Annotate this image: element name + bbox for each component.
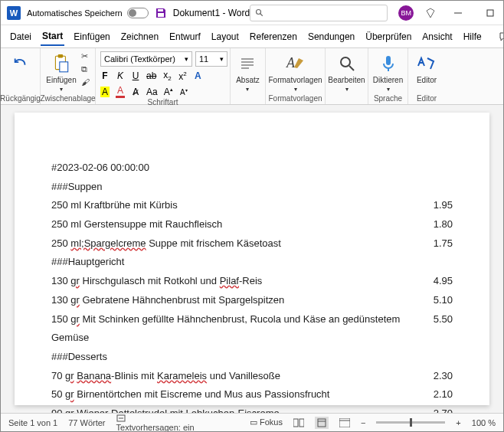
editor-icon [417,55,437,72]
svg-rect-7 [58,54,64,57]
microphone-icon [381,54,396,73]
svg-rect-21 [299,419,304,427]
svg-rect-24 [339,418,350,427]
tab-start[interactable]: Start [41,28,64,46]
undo-button[interactable] [10,51,31,74]
superscript-button[interactable]: x2 [178,70,187,82]
text-predictions-indicator[interactable]: Textvorhersagen: ein [116,414,195,432]
styles-button[interactable]: A Formatvorlagen▾ [268,51,322,93]
web-layout-button[interactable] [339,418,350,427]
chevron-down-icon: ▾ [185,55,188,63]
tab-hilfe[interactable]: Hilfe [462,28,483,45]
dictate-button[interactable]: Diktieren▾ [373,51,403,93]
svg-line-1 [260,13,263,15]
editor-button[interactable]: Editor [416,51,437,84]
editing-label: Bearbeiten [328,76,365,84]
clear-format-button[interactable]: A̷ [131,87,140,97]
cut-icon[interactable]: ✂ [81,51,90,61]
editing-button[interactable]: Bearbeiten▾ [328,51,365,93]
chevron-down-icon: ▾ [294,86,297,93]
save-icon[interactable] [155,7,167,19]
document-canvas[interactable]: #2023-02-06 00:00:00###Suppen250 ml Kraf… [1,105,503,413]
font-name-select[interactable]: Calibri (Textkörper)▾ [100,51,192,67]
tab-sendungen[interactable]: Sendungen [306,28,356,45]
document-title: Dokument1 - Word [173,8,250,18]
menu-item-row[interactable]: 130 gr Gebratene Hähnchenbrust mit Sparg… [51,291,453,310]
zoom-in-button[interactable]: + [456,418,460,427]
chevron-down-icon: ▾ [60,86,63,93]
paragraph-button[interactable]: Absatz▾ [236,51,260,93]
font-size-select[interactable]: 11▾ [195,51,227,67]
grow-font-button[interactable]: A▴ [164,87,173,97]
italic-button[interactable]: K [116,70,125,81]
strike-button[interactable]: ab [146,70,156,81]
tab-überprüfen[interactable]: Überprüfen [364,28,413,45]
zoom-level[interactable]: 100 % [472,418,496,427]
focus-mode-button[interactable]: ▭ Fokus [250,417,283,427]
autosave-control[interactable]: Automatisches Speichern [27,8,149,18]
clipboard-icon [51,54,71,74]
chevron-down-icon: ▾ [246,86,249,93]
page-count[interactable]: Seite 1 von 1 [8,418,57,427]
tab-layout[interactable]: Layout [210,28,241,45]
print-layout-button[interactable] [315,417,329,429]
comments-icon[interactable] [499,31,504,43]
highlight-button[interactable]: A [100,87,110,97]
maximize-button[interactable] [479,5,501,21]
doc-line[interactable]: #2023-02-06 00:00:00 [51,159,453,178]
minimize-button[interactable] [447,5,469,21]
svg-point-14 [341,57,350,67]
zoom-slider[interactable] [376,421,445,424]
menu-item-row[interactable]: 70 gr Banana-Blinis mit Karameleis und V… [51,367,453,386]
tab-datei[interactable]: Datei [8,28,33,45]
clipboard-group-label: Zwischenablage [40,94,95,103]
format-painter-icon[interactable]: 🖌 [81,77,90,87]
svg-point-0 [257,9,261,14]
magnifier-icon [338,54,356,73]
svg-rect-16 [386,56,391,65]
tab-entwurf[interactable]: Entwurf [168,28,202,45]
doc-line[interactable]: ###Desserts [51,348,453,367]
svg-rect-20 [293,419,298,427]
svg-line-15 [349,66,354,70]
menu-item-row[interactable]: 250 ml Kraftbrühe mit Kürbis1.95 [51,196,453,215]
styles-icon: A [285,54,306,74]
diamond-icon[interactable] [424,7,437,19]
read-mode-button[interactable] [293,418,304,427]
avatar[interactable]: BM [398,5,414,21]
autosave-toggle[interactable] [127,8,149,18]
bold-button[interactable]: F [100,70,110,81]
underline-button[interactable]: U [131,70,140,81]
shrink-font-button[interactable]: A▾ [179,87,188,97]
text-effects-button[interactable]: A [193,70,202,81]
tab-zeichnen[interactable]: Zeichnen [119,28,160,45]
chevron-down-icon: ▾ [220,55,224,63]
tab-ansicht[interactable]: Ansicht [421,28,453,45]
subscript-button[interactable]: x2 [162,70,172,82]
copy-icon[interactable]: ⧉ [81,64,90,74]
paragraph-icon [238,54,257,73]
menu-item-row[interactable]: 250 ml Gerstensuppe mit Rauchfleisch1.80 [51,215,453,234]
paste-button[interactable]: Einfügen ▾ [46,51,76,93]
undo-group-label: Rückgängig [0,94,41,103]
doc-line[interactable]: ###Hauptgericht [51,253,453,272]
doc-line[interactable]: ###Suppen [51,178,453,197]
change-case-button[interactable]: Aa [146,87,158,97]
word-app-icon: W [7,6,21,20]
autosave-label: Automatisches Speichern [27,8,123,18]
menu-item-row[interactable]: 50 gr Birnentörtchen mit Eiscreme und Mu… [51,385,453,404]
zoom-out-button[interactable]: − [361,418,365,427]
menu-item-row[interactable]: 150 gr Mit Schinken gefüllte Hähnchenbru… [51,310,453,348]
styles-label: Formatvorlagen [268,76,322,84]
menu-item-row[interactable]: 90 gr Wiener Dattelstrudel mit Lebkuchen… [51,404,453,413]
menu-item-row[interactable]: 250 ml;Spargelcreme Suppe mit frischem K… [51,234,453,254]
font-color-button[interactable]: A [116,85,125,98]
search-input[interactable] [250,5,388,21]
menu-item-row[interactable]: 130 gr Hirschgulasch mit Rotkohl und Pil… [51,272,453,291]
styles-group-label: Formatvorlagen [268,94,322,103]
editor-group-label: Editor [417,94,437,103]
tab-einfügen[interactable]: Einfügen [72,28,111,45]
word-count[interactable]: 77 Wörter [68,418,105,427]
tab-referenzen[interactable]: Referenzen [248,28,299,45]
paste-label: Einfügen [46,76,76,84]
